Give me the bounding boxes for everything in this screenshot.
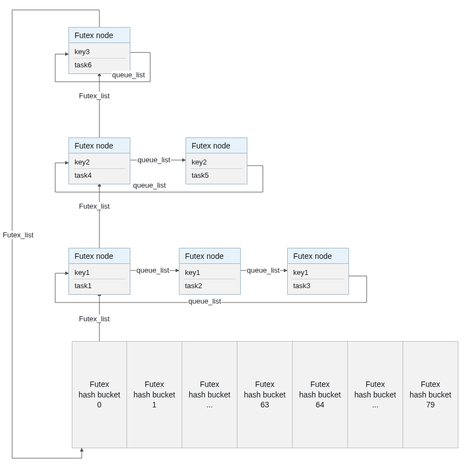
futex-node-key: key2 [73, 156, 125, 169]
edge-label-queue-list: queue_list [133, 181, 166, 189]
futex-node-task: task1 [73, 279, 125, 292]
futex-node-title: Futex node [186, 138, 247, 153]
futex-node-title: Futex node [179, 248, 240, 264]
futex-node-task: task4 [73, 169, 125, 182]
edge-label-futex-list: Futex_list [78, 202, 110, 210]
hash-bucket: Futexhash bucket1 [127, 341, 182, 448]
hash-bucket: Futexhash bucket63 [237, 341, 293, 448]
edge-label-futex-list: Futex_list [78, 315, 110, 323]
futex-node-body: key1 task1 [69, 264, 130, 294]
futex-node-task: task5 [191, 169, 242, 182]
edge-label-queue-list: queue_list [136, 266, 170, 274]
futex-node-title: Futex node [288, 248, 348, 264]
futex-node-key: key1 [292, 266, 344, 279]
futex-node-key: key1 [73, 266, 125, 279]
hash-bucket: Futexhash bucket... [348, 341, 403, 448]
hash-bucket: Futexhash bucket0 [72, 341, 127, 448]
futex-node-key: key1 [184, 266, 236, 279]
futex-node-body: key2 task4 [69, 153, 130, 184]
edge-label-queue-list: queue_list [188, 297, 221, 305]
futex-node-task: task2 [184, 279, 236, 292]
edge-label-queue-list: queue_list [246, 266, 280, 274]
futex-node: Futex node key1 task2 [179, 248, 241, 295]
futex-node-body: key1 task3 [288, 264, 348, 294]
futex-node-title: Futex node [69, 248, 130, 264]
edge-label-queue-list: queue_list [112, 71, 145, 79]
hash-bucket-row: Futexhash bucket0 Futexhash bucket1 Fute… [72, 341, 458, 448]
hash-bucket: Futexhash bucket64 [293, 341, 348, 448]
futex-node-body: key3 task6 [69, 43, 130, 73]
futex-node-body: key1 task2 [179, 264, 240, 294]
futex-node-key: key3 [73, 45, 125, 59]
futex-node-task: task3 [292, 279, 344, 292]
futex-node: Futex node key1 task1 [68, 248, 130, 295]
futex-node: Futex node key1 task3 [287, 248, 349, 295]
futex-node-key: key2 [191, 156, 242, 169]
hash-bucket: Futexhash bucket79 [403, 341, 458, 448]
futex-node: Futex node key3 task6 [68, 27, 130, 74]
edge-label-queue-list: queue_list [137, 156, 171, 164]
hash-bucket: Futexhash bucket... [182, 341, 237, 448]
edge-label-futex-list: Futex_list [78, 92, 110, 100]
futex-node-title: Futex node [69, 138, 130, 153]
diagram-stage: Futex node key3 task6 Futex node key2 ta… [0, 0, 476, 467]
futex-node: Futex node key2 task5 [186, 137, 247, 184]
futex-node-body: key2 task5 [186, 153, 247, 184]
edge-label-futex-list: Futex_list [2, 231, 34, 239]
futex-node-title: Futex node [69, 28, 130, 43]
futex-node: Futex node key2 task4 [68, 137, 130, 184]
futex-node-task: task6 [73, 59, 125, 71]
